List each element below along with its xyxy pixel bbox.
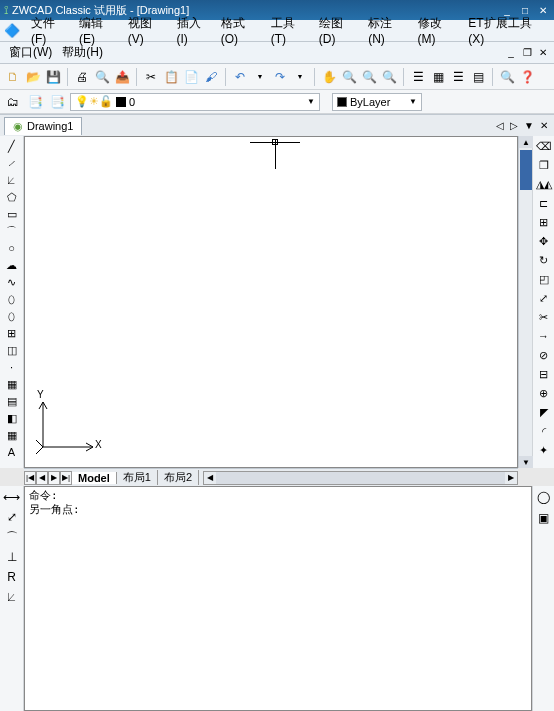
- jogged-icon[interactable]: ⟀: [3, 588, 21, 606]
- stretch-icon[interactable]: ⤢: [536, 290, 552, 306]
- design-center-icon[interactable]: ▦: [429, 68, 447, 86]
- tab-prev-icon[interactable]: ◁: [494, 120, 506, 131]
- circle-icon[interactable]: ○: [4, 240, 20, 256]
- scroll-down-icon[interactable]: ▼: [519, 456, 533, 468]
- first-tab-icon[interactable]: |◀: [24, 471, 36, 485]
- menu-window[interactable]: 窗口(W): [4, 42, 57, 63]
- save-icon[interactable]: 💾: [44, 68, 62, 86]
- new-icon[interactable]: 🗋: [4, 68, 22, 86]
- prev-tab-icon[interactable]: ◀: [36, 471, 48, 485]
- zoom-previous-icon[interactable]: 🔍: [380, 68, 398, 86]
- menu-insert[interactable]: 插入(I): [172, 13, 216, 48]
- open-icon[interactable]: 📂: [24, 68, 42, 86]
- draworder-icon[interactable]: ▣: [535, 509, 553, 527]
- calculator-icon[interactable]: ▤: [469, 68, 487, 86]
- region-icon[interactable]: ◧: [4, 410, 20, 426]
- layout2-tab[interactable]: 布局2: [158, 470, 199, 485]
- layer-previous-icon[interactable]: 📑: [48, 93, 66, 111]
- arc-icon[interactable]: ⌒: [4, 223, 20, 239]
- spline-icon[interactable]: ∿: [4, 274, 20, 290]
- explode-icon[interactable]: ✦: [536, 442, 552, 458]
- scroll-right-icon[interactable]: ▶: [505, 472, 517, 484]
- zoom-realtime-icon[interactable]: 🔍: [340, 68, 358, 86]
- vertical-scrollbar[interactable]: ▲ ▼: [518, 136, 532, 468]
- scroll-up-icon[interactable]: ▲: [519, 136, 533, 148]
- model-tab[interactable]: Model: [72, 472, 117, 484]
- scroll-left-icon[interactable]: ◀: [204, 472, 216, 484]
- mirror-icon[interactable]: ◮◭: [536, 176, 552, 192]
- break-at-point-icon[interactable]: ⊘: [536, 347, 552, 363]
- document-tab[interactable]: ◉ Drawing1: [4, 117, 82, 135]
- undo-dropdown-icon[interactable]: ▼: [251, 68, 269, 86]
- properties-icon[interactable]: ☰: [409, 68, 427, 86]
- redo-icon[interactable]: ↷: [271, 68, 289, 86]
- publish-icon[interactable]: 📤: [113, 68, 131, 86]
- undo-icon[interactable]: ↶: [231, 68, 249, 86]
- join-icon[interactable]: ⊕: [536, 385, 552, 401]
- app-menu-icon[interactable]: 🔷: [4, 23, 20, 38]
- rectangle-icon[interactable]: ▭: [4, 206, 20, 222]
- pan-icon[interactable]: ✋: [320, 68, 338, 86]
- menu-format[interactable]: 格式(O): [216, 13, 266, 48]
- erase-icon[interactable]: ⌫: [536, 138, 552, 154]
- line-icon[interactable]: ╱: [4, 138, 20, 154]
- tab-next-icon[interactable]: ▷: [508, 120, 520, 131]
- make-block-icon[interactable]: ◫: [4, 342, 20, 358]
- menu-help[interactable]: 帮助(H): [57, 42, 108, 63]
- scale-icon[interactable]: ◰: [536, 271, 552, 287]
- insert-block-icon[interactable]: ⊞: [4, 325, 20, 341]
- menu-tools[interactable]: 工具(T): [266, 13, 314, 48]
- horizontal-scrollbar[interactable]: ◀ ▶: [203, 471, 518, 485]
- table-icon[interactable]: ▦: [4, 427, 20, 443]
- polyline-icon[interactable]: ⟀: [4, 172, 20, 188]
- trim-icon[interactable]: ✂: [536, 309, 552, 325]
- menu-modify[interactable]: 修改(M): [413, 13, 464, 48]
- linear-dim-icon[interactable]: ⟷: [3, 488, 21, 506]
- mdi-close-button[interactable]: ✕: [536, 46, 550, 60]
- next-tab-icon[interactable]: ▶: [48, 471, 60, 485]
- scroll-thumb[interactable]: [520, 150, 532, 190]
- copy-icon[interactable]: 📋: [162, 68, 180, 86]
- command-history[interactable]: 命令: 另一角点:: [24, 486, 532, 711]
- offset-icon[interactable]: ⊏: [536, 195, 552, 211]
- radius-icon[interactable]: R: [3, 568, 21, 586]
- move-icon[interactable]: ✥: [536, 233, 552, 249]
- linetype-dropdown[interactable]: ByLayer ▼: [332, 93, 422, 111]
- gradient-icon[interactable]: ▤: [4, 393, 20, 409]
- revision-cloud-icon[interactable]: ☁: [4, 257, 20, 273]
- ordinate-icon[interactable]: ⊥: [3, 548, 21, 566]
- mdi-minimize-button[interactable]: _: [504, 46, 518, 60]
- point-icon[interactable]: ·: [4, 359, 20, 375]
- tab-dropdown-icon[interactable]: ▼: [522, 120, 536, 131]
- rotate-icon[interactable]: ↻: [536, 252, 552, 268]
- arc-length-icon[interactable]: ⌒: [3, 528, 21, 546]
- find-icon[interactable]: 🔍: [498, 68, 516, 86]
- paste-icon[interactable]: 📄: [182, 68, 200, 86]
- menu-dimension[interactable]: 标注(N): [363, 13, 412, 48]
- wipeout-icon[interactable]: ◯: [535, 488, 553, 506]
- print-icon[interactable]: 🖨: [73, 68, 91, 86]
- help-icon[interactable]: ❓: [518, 68, 536, 86]
- mtext-icon[interactable]: A: [4, 444, 20, 460]
- copy-object-icon[interactable]: ❐: [536, 157, 552, 173]
- polygon-icon[interactable]: ⬠: [4, 189, 20, 205]
- extend-icon[interactable]: →: [536, 328, 552, 344]
- hatch-icon[interactable]: ▦: [4, 376, 20, 392]
- break-icon[interactable]: ⊟: [536, 366, 552, 382]
- last-tab-icon[interactable]: ▶|: [60, 471, 72, 485]
- menu-et[interactable]: ET扩展工具(X): [463, 13, 550, 48]
- match-properties-icon[interactable]: 🖌: [202, 68, 220, 86]
- drawing-canvas[interactable]: Y X: [24, 136, 518, 468]
- ellipse-arc-icon[interactable]: ⬯: [4, 308, 20, 324]
- mdi-restore-button[interactable]: ❐: [520, 46, 534, 60]
- fillet-icon[interactable]: ◜: [536, 423, 552, 439]
- layer-dropdown[interactable]: 💡 ☀ 🔓 0 ▼: [70, 93, 320, 111]
- aligned-dim-icon[interactable]: ⤢: [3, 508, 21, 526]
- print-preview-icon[interactable]: 🔍: [93, 68, 111, 86]
- zoom-window-icon[interactable]: 🔍: [360, 68, 378, 86]
- layout1-tab[interactable]: 布局1: [117, 470, 158, 485]
- menu-draw[interactable]: 绘图(D): [314, 13, 363, 48]
- layer-manager-icon[interactable]: 🗂: [4, 93, 22, 111]
- cut-icon[interactable]: ✂: [142, 68, 160, 86]
- chamfer-icon[interactable]: ◤: [536, 404, 552, 420]
